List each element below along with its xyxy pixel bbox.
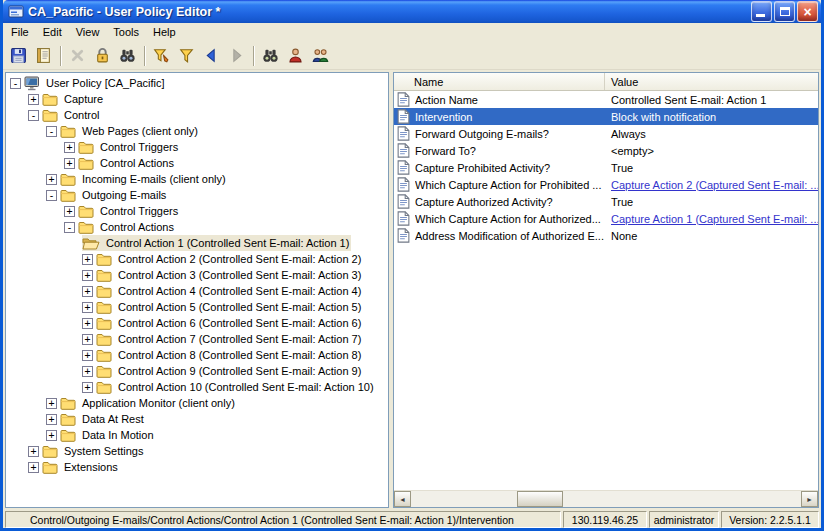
menu-help[interactable]: Help <box>146 23 183 42</box>
expand-icon[interactable]: + <box>64 158 75 169</box>
maximize-button[interactable] <box>774 1 795 22</box>
tree-item[interactable]: +Incoming E-mails (client only) <box>6 171 388 187</box>
tree-item[interactable]: +Control Action 4 (Controlled Sent E-mai… <box>6 283 388 299</box>
property-value-link[interactable]: Capture Action 1 (Captured Sent E-mail: … <box>605 213 818 225</box>
expand-icon[interactable]: + <box>28 462 39 473</box>
tree-item[interactable]: +Control Action 7 (Controlled Sent E-mai… <box>6 331 388 347</box>
scroll-right-button[interactable] <box>801 491 818 507</box>
menu-tools[interactable]: Tools <box>106 23 146 42</box>
column-header-value[interactable]: Value <box>605 73 818 90</box>
computer-icon <box>24 76 40 91</box>
expand-icon[interactable]: + <box>82 270 93 281</box>
tree-item[interactable]: +Extensions <box>6 459 388 475</box>
tree-item[interactable]: -Control <box>6 107 388 123</box>
property-name: Action Name <box>415 94 605 106</box>
tree-item[interactable]: +Control Action 10 (Controlled Sent E-ma… <box>6 379 388 395</box>
binoculars-button[interactable] <box>116 44 139 67</box>
tree-item[interactable]: -User Policy [CA_Pacific] <box>6 75 388 91</box>
collapse-icon[interactable]: - <box>46 190 57 201</box>
tree-item-label: Control Action 2 (Controlled Sent E-mail… <box>116 253 363 265</box>
scroll-track[interactable] <box>411 491 801 507</box>
menu-edit[interactable]: Edit <box>36 23 69 42</box>
menu-view[interactable]: View <box>69 23 107 42</box>
menu-file[interactable]: File <box>4 23 36 42</box>
status-path: Control/Outgoing E-mails/Control Actions… <box>5 511 561 528</box>
back-button[interactable] <box>200 44 223 67</box>
save-button[interactable] <box>7 44 30 67</box>
expand-icon[interactable]: + <box>82 382 93 393</box>
expand-icon[interactable]: + <box>46 398 57 409</box>
folder-icon <box>78 140 94 154</box>
tree-item-label: Control Action 3 (Controlled Sent E-mail… <box>116 269 363 281</box>
filter-button[interactable] <box>175 44 198 67</box>
tree-item[interactable]: +Control Actions <box>6 155 388 171</box>
title-bar[interactable]: CA_Pacific - User Policy Editor * <box>3 0 821 23</box>
property-row[interactable]: Address Modification of Authorized E...N… <box>394 227 818 244</box>
expand-icon[interactable]: + <box>28 94 39 105</box>
tree-item[interactable]: +Control Triggers <box>6 203 388 219</box>
expand-icon[interactable]: + <box>46 174 57 185</box>
filter-edit-button[interactable] <box>150 44 173 67</box>
collapse-icon[interactable]: - <box>46 126 57 137</box>
find-button[interactable] <box>259 44 282 67</box>
tree-item[interactable]: -Web Pages (client only) <box>6 123 388 139</box>
expand-icon[interactable]: + <box>82 366 93 377</box>
expand-icon[interactable]: + <box>46 430 57 441</box>
tree-item[interactable]: +Control Action 6 (Controlled Sent E-mai… <box>6 315 388 331</box>
expand-icon[interactable]: + <box>46 414 57 425</box>
expand-icon[interactable]: + <box>82 350 93 361</box>
status-version: Version: 2.2.5.1.1 <box>721 511 819 528</box>
property-icon <box>397 109 410 124</box>
tree-item[interactable]: +Control Action 3 (Controlled Sent E-mai… <box>6 267 388 283</box>
users-button[interactable] <box>309 44 332 67</box>
scroll-thumb[interactable] <box>517 491 563 507</box>
property-row[interactable]: InterventionBlock with notification <box>394 108 818 125</box>
user-button[interactable] <box>284 44 307 67</box>
horizontal-scrollbar[interactable] <box>394 490 818 507</box>
tree-item[interactable]: +Control Action 8 (Controlled Sent E-mai… <box>6 347 388 363</box>
collapse-icon[interactable]: - <box>10 78 21 89</box>
close-button[interactable] <box>797 1 818 22</box>
collapse-icon[interactable]: - <box>64 222 75 233</box>
scroll-left-button[interactable] <box>394 491 411 507</box>
notepad-button[interactable] <box>32 44 55 67</box>
property-row[interactable]: Forward To?<empty> <box>394 142 818 159</box>
property-row[interactable]: Which Capture Action for Prohibited ...C… <box>394 176 818 193</box>
tree-item[interactable]: +Data At Rest <box>6 411 388 427</box>
tree-item[interactable]: -Outgoing E-mails <box>6 187 388 203</box>
expand-icon[interactable]: + <box>82 254 93 265</box>
property-value-link[interactable]: Capture Action 2 (Captured Sent E-mail: … <box>605 179 818 191</box>
minimize-button[interactable] <box>751 1 772 22</box>
property-row[interactable]: Action NameControlled Sent E-mail: Actio… <box>394 91 818 108</box>
expand-icon[interactable]: + <box>64 206 75 217</box>
tree-item[interactable]: +Capture <box>6 91 388 107</box>
property-row[interactable]: Forward Outgoing E-mails?Always <box>394 125 818 142</box>
folder-icon <box>42 92 58 106</box>
column-header-name[interactable]: Name <box>394 73 605 90</box>
tree-item[interactable]: +Control Action 5 (Controlled Sent E-mai… <box>6 299 388 315</box>
expand-icon[interactable]: + <box>82 302 93 313</box>
folder-icon <box>42 444 58 458</box>
collapse-icon[interactable]: - <box>28 110 39 121</box>
tree-panel: -User Policy [CA_Pacific]+Capture-Contro… <box>5 72 389 508</box>
status-username: administrator <box>649 511 719 528</box>
expand-icon[interactable]: + <box>28 446 39 457</box>
tree-item[interactable]: +Control Action 9 (Controlled Sent E-mai… <box>6 363 388 379</box>
property-row[interactable]: Capture Authorized Activity?True <box>394 193 818 210</box>
tree-item[interactable]: +Control Triggers <box>6 139 388 155</box>
tree-item[interactable]: -Control Actions <box>6 219 388 235</box>
tree-item[interactable]: Control Action 1 (Controlled Sent E-mail… <box>6 235 388 251</box>
expand-icon[interactable]: + <box>82 286 93 297</box>
tree-item[interactable]: +Control Action 2 (Controlled Sent E-mai… <box>6 251 388 267</box>
tree-item[interactable]: +System Settings <box>6 443 388 459</box>
tree-item[interactable]: +Application Monitor (client only) <box>6 395 388 411</box>
expand-icon[interactable]: + <box>82 318 93 329</box>
tree-item[interactable]: +Data In Motion <box>6 427 388 443</box>
lock-button[interactable] <box>91 44 114 67</box>
property-row[interactable]: Which Capture Action for Authorized...Ca… <box>394 210 818 227</box>
folder-icon <box>96 284 112 298</box>
property-icon <box>397 143 410 158</box>
property-row[interactable]: Capture Prohibited Activity?True <box>394 159 818 176</box>
expand-icon[interactable]: + <box>82 334 93 345</box>
expand-icon[interactable]: + <box>64 142 75 153</box>
